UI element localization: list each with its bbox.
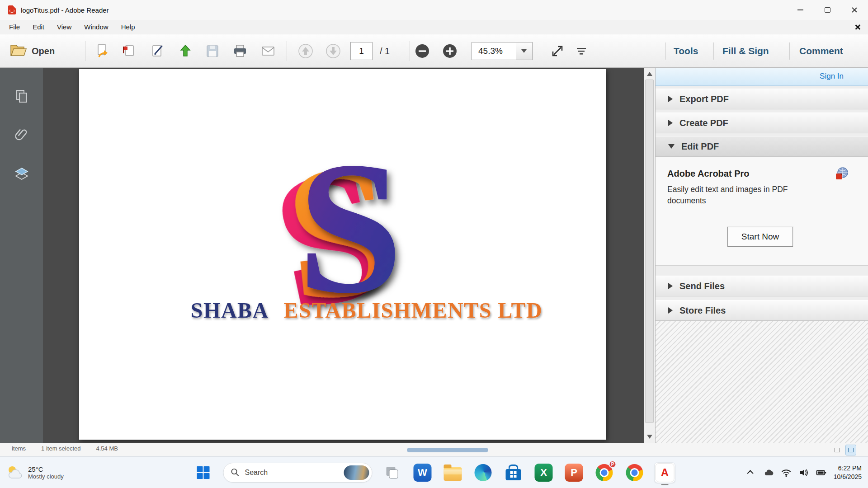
email-button[interactable] (259, 42, 278, 61)
previous-page-button[interactable] (296, 42, 315, 61)
hidden-icons-button[interactable] (745, 467, 756, 478)
section-label: Store Files (679, 305, 726, 316)
diagonal-arrows-icon (550, 43, 565, 59)
menu-edit[interactable]: Edit (33, 23, 44, 31)
triangle-right-icon (668, 96, 673, 102)
save-button[interactable] (203, 42, 222, 61)
scroll-up-icon[interactable] (647, 72, 652, 76)
triangle-right-icon (668, 307, 673, 314)
window-controls (787, 0, 868, 20)
pdf-page[interactable]: S S S SHABA ESTABLISHMENTS LTD (79, 69, 606, 440)
document-area[interactable]: S S S SHABA ESTABLISHMENTS LTD (43, 68, 644, 443)
file-explorer-button[interactable] (443, 462, 463, 483)
minimize-button[interactable] (787, 0, 814, 20)
search-placeholder: Search (245, 469, 339, 477)
folder-icon (444, 467, 462, 481)
details-view-button[interactable] (832, 445, 843, 455)
down-arrow-circle-icon (325, 42, 342, 60)
convert-pdf-button[interactable] (119, 42, 138, 61)
section-edit-pdf[interactable]: Edit PDF (656, 136, 868, 157)
task-view-icon (386, 466, 399, 479)
tab-tools[interactable]: Tools (674, 34, 698, 68)
excel-button[interactable]: X (533, 462, 554, 483)
layers-icon (13, 165, 31, 183)
section-label: Edit PDF (681, 141, 719, 152)
store-bag-icon (506, 469, 521, 480)
zoom-dropdown-button[interactable] (516, 42, 533, 60)
search-box[interactable]: Search (223, 463, 373, 483)
zoom-level-input[interactable] (472, 42, 516, 60)
adobe-reader-button[interactable]: A (655, 462, 675, 483)
zoom-out-button[interactable] (413, 42, 432, 61)
scrollbar-thumb[interactable] (645, 80, 654, 423)
page-number-input[interactable] (350, 42, 373, 60)
weather-condition: Mostly cloudy (28, 473, 64, 480)
clock[interactable]: 6:22 PM 10/6/2025 (834, 464, 862, 481)
horizontal-scrollbar-thumb[interactable] (407, 448, 488, 452)
search-daily-image[interactable] (344, 465, 369, 480)
sign-in-link[interactable]: Sign In (820, 72, 844, 81)
powerpoint-button[interactable]: P (564, 462, 585, 483)
maximize-button[interactable] (814, 0, 841, 20)
background-window-strip: items 1 item selected 4.54 MB (0, 443, 868, 456)
fit-window-button[interactable] (548, 42, 567, 61)
navigation-pane (0, 68, 43, 443)
tab-fill-sign[interactable]: Fill & Sign (722, 34, 769, 68)
clock-date: 10/6/2025 (834, 473, 862, 481)
page-thumbnails-button[interactable] (12, 87, 31, 106)
layers-button[interactable] (12, 164, 31, 183)
acrobat-icon: A (656, 463, 675, 482)
thumbnail-view-button[interactable] (845, 445, 856, 455)
menu-file[interactable]: File (9, 23, 20, 31)
open-button[interactable]: Open (32, 34, 55, 68)
svg-text:SHABA ESTABLISHM: SHABA ESTABLISHMENTS LTD (191, 298, 542, 322)
excel-icon: X (535, 464, 553, 482)
sign-document-button[interactable] (148, 42, 167, 61)
chrome-profile-button[interactable]: P (594, 462, 615, 483)
scroll-down-icon[interactable] (647, 435, 652, 439)
page-flag-icon (121, 43, 137, 59)
toolbar-options-button[interactable] (573, 42, 590, 61)
start-now-button[interactable]: Start Now (727, 227, 793, 247)
share-file-button[interactable] (93, 42, 112, 61)
attachments-button[interactable] (12, 126, 31, 145)
document-scrollbar[interactable] (644, 68, 655, 443)
toolbar-separator (287, 41, 287, 61)
microsoft-store-button[interactable] (503, 462, 524, 483)
toolbar-separator (85, 41, 85, 61)
section-export-pdf[interactable]: Export PDF (656, 89, 868, 109)
next-page-button[interactable] (324, 42, 343, 61)
wifi-button[interactable] (781, 467, 792, 478)
word-button[interactable]: W (412, 462, 433, 483)
print-button[interactable] (231, 42, 250, 61)
lines-menu-icon (576, 45, 587, 57)
zoom-in-button[interactable] (440, 42, 459, 61)
grid-view-icon (848, 448, 854, 452)
task-view-button[interactable] (382, 462, 403, 483)
maximize-icon (825, 7, 830, 13)
section-create-pdf[interactable]: Create PDF (656, 113, 868, 133)
section-send-files[interactable]: Send Files (656, 276, 868, 296)
profile-badge: P (609, 460, 617, 468)
weather-widget[interactable]: 25°C Mostly cloudy (6, 457, 64, 488)
weather-temperature: 25°C (28, 465, 64, 473)
section-store-files[interactable]: Store Files (656, 300, 868, 321)
edge-button[interactable] (473, 462, 494, 483)
tab-comment[interactable]: Comment (799, 34, 843, 68)
menu-window[interactable]: Window (84, 23, 108, 31)
menu-view[interactable]: View (57, 23, 71, 31)
menu-help[interactable]: Help (121, 23, 135, 31)
logo-suffix-text: ESTABLISHMENTS LTD (284, 298, 543, 322)
list-view-icon (835, 448, 840, 452)
page-total-label: / 1 (380, 34, 390, 68)
onedrive-button[interactable] (763, 467, 774, 478)
battery-button[interactable] (816, 467, 827, 478)
menu-close-button[interactable] (854, 24, 861, 30)
volume-button[interactable] (798, 467, 809, 478)
close-button[interactable] (841, 0, 868, 20)
taskbar-dock: Search W X P (193, 457, 675, 488)
open-folder-icon[interactable] (10, 43, 27, 59)
chrome-button[interactable] (624, 462, 645, 483)
start-button[interactable] (193, 462, 214, 483)
upload-button[interactable] (176, 42, 195, 61)
